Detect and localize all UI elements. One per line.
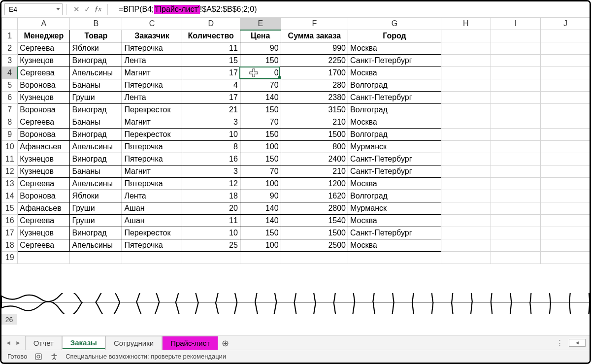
macro-record-icon[interactable] xyxy=(34,352,43,361)
cell[interactable]: Кузнецов xyxy=(18,165,70,178)
cell[interactable]: 140 xyxy=(240,92,281,104)
cell[interactable]: Кузнецов xyxy=(18,92,70,104)
column-header[interactable]: E xyxy=(240,18,281,30)
cell[interactable]: Москва xyxy=(348,215,441,227)
cell[interactable]: Афанасьев xyxy=(18,202,70,215)
cell[interactable] xyxy=(491,104,540,116)
row-header[interactable]: 18 xyxy=(2,239,18,252)
column-header[interactable]: I xyxy=(491,18,540,30)
cell[interactable]: Яблоки xyxy=(70,190,122,202)
column-header[interactable]: A xyxy=(18,18,70,30)
chevron-down-icon[interactable] xyxy=(56,8,60,10)
cell[interactable]: Ашан xyxy=(122,202,182,215)
cell[interactable]: 15 xyxy=(182,55,240,67)
cell[interactable]: Пятерочка xyxy=(122,239,182,252)
cell[interactable] xyxy=(441,227,491,239)
cell[interactable]: Воронова xyxy=(18,129,70,141)
sheet-tab[interactable]: Заказы xyxy=(62,336,105,350)
cell[interactable]: 100 xyxy=(240,178,281,190)
formula-input[interactable]: =ВПР(B4;'Прайс-лист'!$A$2:$B$6;2;0) xyxy=(112,5,590,14)
sheet-tab[interactable]: Прайс-лист xyxy=(162,336,218,350)
cell[interactable]: Пятерочка xyxy=(122,153,182,165)
cell[interactable]: 150 xyxy=(240,104,281,116)
cell[interactable]: Ашан xyxy=(122,215,182,227)
cell[interactable]: Лента xyxy=(122,92,182,104)
cell[interactable]: Кузнецов xyxy=(18,227,70,239)
cell[interactable]: 20 xyxy=(182,202,240,215)
cell[interactable]: 8 xyxy=(182,141,240,153)
cell[interactable] xyxy=(491,30,540,42)
cell[interactable]: Виноград xyxy=(70,153,122,165)
cell[interactable]: Москва xyxy=(348,42,441,55)
cell[interactable] xyxy=(540,239,590,252)
cell[interactable] xyxy=(491,129,540,141)
cell[interactable]: 11 xyxy=(182,215,240,227)
cell[interactable]: Сергеева xyxy=(18,215,70,227)
name-box[interactable]: E4 xyxy=(4,3,63,15)
cell[interactable]: Пятерочка xyxy=(122,79,182,92)
fx-button[interactable]: ƒx xyxy=(93,4,103,15)
cell[interactable]: Виноград xyxy=(70,227,122,239)
cell[interactable] xyxy=(491,67,540,79)
cell[interactable]: 210 xyxy=(281,116,348,129)
cell[interactable] xyxy=(540,104,590,116)
cell[interactable] xyxy=(491,116,540,129)
cell[interactable] xyxy=(441,153,491,165)
cell[interactable]: 140 xyxy=(240,202,281,215)
cell[interactable]: Пятерочка xyxy=(122,178,182,190)
cell[interactable]: Виноград xyxy=(70,129,122,141)
horizontal-scroll-thumb[interactable]: ◄ xyxy=(569,339,586,347)
cell[interactable]: 10 xyxy=(182,227,240,239)
cancel-formula-button[interactable]: ✕ xyxy=(71,4,82,15)
cell[interactable]: Кузнецов xyxy=(18,55,70,67)
cell[interactable]: 100 xyxy=(240,239,281,252)
table-header-cell[interactable]: Сумма заказа xyxy=(281,30,348,42)
tab-nav-buttons[interactable]: ◄ ► xyxy=(1,335,25,350)
spreadsheet-grid[interactable]: ABCDEFGHIJ 1МенеджерТоварЗаказчикКоличес… xyxy=(1,17,590,293)
column-header[interactable]: H xyxy=(441,18,491,30)
row-header[interactable]: 13 xyxy=(2,178,18,190)
cell[interactable] xyxy=(491,42,540,55)
sheet-tab[interactable]: Сотрудники xyxy=(105,336,162,350)
cell[interactable] xyxy=(70,252,122,264)
sheet-tab[interactable]: Отчет xyxy=(25,336,62,350)
cell[interactable]: Груши xyxy=(70,92,122,104)
cell[interactable]: Санкт-Петербург xyxy=(348,153,441,165)
cell[interactable]: Магнит xyxy=(122,165,182,178)
cell[interactable] xyxy=(441,129,491,141)
cell[interactable]: Воронова xyxy=(18,79,70,92)
row-header[interactable]: 11 xyxy=(2,153,18,165)
cell[interactable]: 1540 xyxy=(281,215,348,227)
cell[interactable]: Перекресток xyxy=(122,227,182,239)
accessibility-icon[interactable] xyxy=(50,352,59,361)
cell[interactable] xyxy=(441,215,491,227)
cell[interactable]: 3 xyxy=(182,165,240,178)
cell[interactable]: 210 xyxy=(281,165,348,178)
cell[interactable] xyxy=(240,252,281,264)
cell[interactable] xyxy=(540,190,590,202)
cell[interactable]: 21 xyxy=(182,104,240,116)
cell[interactable] xyxy=(441,55,491,67)
cell[interactable]: 25 xyxy=(182,239,240,252)
row-header[interactable]: 6 xyxy=(2,92,18,104)
row-header[interactable]: 10 xyxy=(2,141,18,153)
cell[interactable] xyxy=(540,178,590,190)
cell[interactable] xyxy=(441,239,491,252)
cell[interactable]: 150 xyxy=(240,55,281,67)
table-header-cell[interactable]: Заказчик xyxy=(122,30,182,42)
cell[interactable]: Пятерочка xyxy=(122,141,182,153)
cell[interactable]: 150 xyxy=(240,129,281,141)
add-sheet-button[interactable]: ⊕ xyxy=(218,336,232,350)
cell[interactable]: 90 xyxy=(240,42,281,55)
cell[interactable]: 150 xyxy=(240,153,281,165)
cell[interactable]: Лента xyxy=(122,190,182,202)
cell[interactable]: Мурманск xyxy=(348,202,441,215)
cell[interactable] xyxy=(441,30,491,42)
cell[interactable] xyxy=(348,252,441,264)
cell[interactable]: Афанасьев xyxy=(18,141,70,153)
cell[interactable]: Москва xyxy=(348,239,441,252)
cell[interactable]: 17 xyxy=(182,67,240,79)
cell[interactable]: Волгоград xyxy=(348,129,441,141)
row-header[interactable]: 2 xyxy=(2,42,18,55)
cell[interactable] xyxy=(491,165,540,178)
